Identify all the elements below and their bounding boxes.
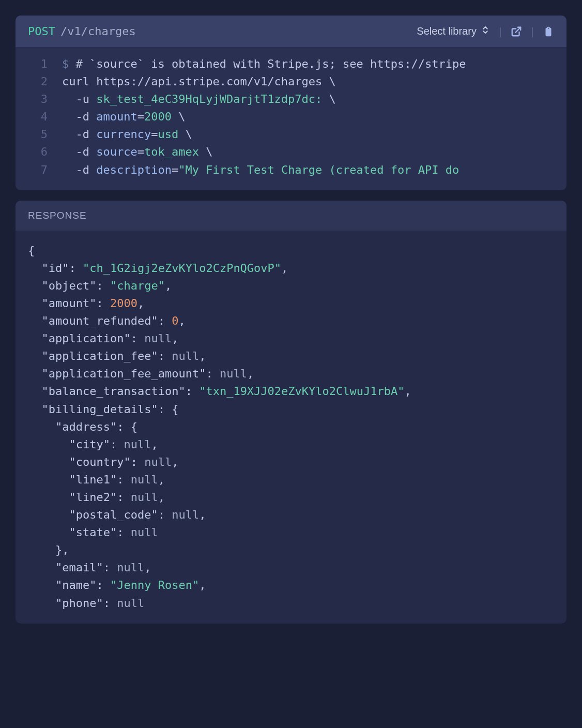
- line-number: 1: [16, 55, 62, 73]
- select-library-dropdown[interactable]: Select library: [417, 25, 490, 37]
- line-number: 3: [16, 90, 62, 108]
- code-text: -d amount=2000 \: [62, 108, 185, 126]
- http-path: /v1/charges: [60, 25, 136, 38]
- code-text: -d description="My First Test Charge (cr…: [62, 161, 459, 179]
- response-panel: RESPONSE { "id": "ch_1G2igj2eZvKYlo2CzPn…: [16, 201, 566, 624]
- line-number: 7: [16, 161, 62, 179]
- line-number: 4: [16, 108, 62, 126]
- chevron-up-down-icon: [481, 25, 490, 37]
- request-header: POST /v1/charges Select library | |: [16, 16, 566, 47]
- line-number: 5: [16, 126, 62, 143]
- request-code: 1$ # `source` is obtained with Stripe.js…: [16, 47, 566, 190]
- svg-line-0: [515, 27, 520, 32]
- response-body: { "id": "ch_1G2igj2eZvKYlo2CzPnQGovP", "…: [16, 231, 566, 624]
- external-link-button[interactable]: [511, 26, 522, 37]
- copy-button[interactable]: [543, 26, 554, 37]
- code-line: 1$ # `source` is obtained with Stripe.js…: [16, 55, 566, 73]
- code-line: 3 -u sk_test_4eC39HqLyjWDarjtT1zdp7dc: \: [16, 90, 566, 108]
- response-header: RESPONSE: [16, 201, 566, 231]
- select-library-label: Select library: [417, 25, 477, 37]
- code-line: 7 -d description="My First Test Charge (…: [16, 161, 566, 179]
- code-line: 4 -d amount=2000 \: [16, 108, 566, 126]
- header-actions: Select library | |: [417, 25, 554, 38]
- line-number: 2: [16, 73, 62, 90]
- code-text: -d currency=usd \: [62, 126, 192, 143]
- clipboard-icon: [543, 26, 554, 37]
- http-method: POST: [28, 25, 55, 38]
- external-link-icon: [511, 26, 522, 37]
- code-line: 6 -d source=tok_amex \: [16, 143, 566, 161]
- request-panel: POST /v1/charges Select library | | 1$ #…: [16, 16, 566, 190]
- code-text: -d source=tok_amex \: [62, 143, 212, 161]
- code-text: curl https://api.stripe.com/v1/charges \: [62, 73, 336, 90]
- separator: |: [497, 25, 503, 38]
- code-line: 5 -d currency=usd \: [16, 126, 566, 143]
- code-text: -u sk_test_4eC39HqLyjWDarjtT1zdp7dc: \: [62, 90, 336, 108]
- endpoint: POST /v1/charges: [28, 25, 136, 38]
- code-line: 2curl https://api.stripe.com/v1/charges …: [16, 73, 566, 90]
- separator: |: [529, 25, 535, 38]
- code-text: $ # `source` is obtained with Stripe.js;…: [62, 55, 466, 73]
- response-json: { "id": "ch_1G2igj2eZvKYlo2CzPnQGovP", "…: [28, 242, 554, 612]
- line-number: 6: [16, 143, 62, 161]
